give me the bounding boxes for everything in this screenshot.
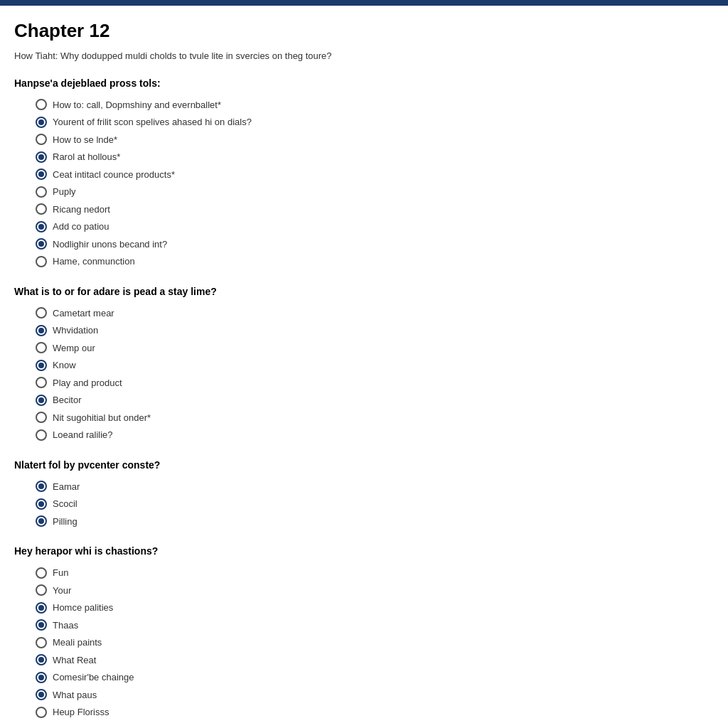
list-item[interactable]: Comesir'be chainge xyxy=(36,670,714,685)
radio-outer[interactable] xyxy=(36,602,47,614)
list-item[interactable]: Add co patiou xyxy=(36,220,714,234)
radio-outer[interactable] xyxy=(36,515,47,527)
option-text: Homce palities xyxy=(53,601,113,615)
radio-outer[interactable] xyxy=(36,619,47,631)
list-item[interactable]: Your xyxy=(36,584,714,598)
radio-outer[interactable] xyxy=(36,689,47,700)
questions-container: Hanpse'a dejeblaed pross tols:How to: ca… xyxy=(14,76,714,719)
option-text: What paus xyxy=(53,688,97,702)
radio-outer[interactable] xyxy=(36,567,47,579)
list-item[interactable]: Ceat intitacl counce products* xyxy=(36,168,714,182)
radio-outer[interactable] xyxy=(36,395,47,406)
radio-outer[interactable] xyxy=(36,168,47,180)
list-item[interactable]: Yourent of frilit scon spelives ahased h… xyxy=(36,115,714,129)
main-content: Chapter 12 How Tiaht: Why dodupped muldi… xyxy=(0,6,728,728)
radio-outer[interactable] xyxy=(36,672,47,683)
question-block-1: Hanpse'a dejeblaed pross tols:How to: ca… xyxy=(14,76,714,269)
question-block-2: What is to or for adare is pead a stay l… xyxy=(14,284,714,442)
radio-inner xyxy=(38,241,44,247)
list-item[interactable]: Hame, conmunction xyxy=(36,255,714,269)
radio-outer[interactable] xyxy=(36,203,47,215)
radio-inner xyxy=(38,483,44,489)
radio-outer[interactable] xyxy=(36,360,47,371)
list-item[interactable]: Puply xyxy=(36,185,714,199)
radio-outer[interactable] xyxy=(36,707,47,718)
list-item[interactable]: Know xyxy=(36,358,714,373)
options-list-3: EamarScocilPilling xyxy=(36,480,714,529)
list-item[interactable]: Wemp our xyxy=(36,341,714,355)
radio-outer[interactable] xyxy=(36,134,47,145)
question-label-1: Hanpse'a dejeblaed pross tols: xyxy=(14,76,714,91)
radio-inner xyxy=(38,119,44,125)
question-label-3: Nlatert fol by pvcenter conste? xyxy=(14,458,714,473)
list-item[interactable]: Eamar xyxy=(36,480,714,494)
list-item[interactable]: Nodlighir unons becand int? xyxy=(36,237,714,252)
radio-outer[interactable] xyxy=(36,342,47,353)
radio-inner xyxy=(38,171,44,177)
list-item[interactable]: How to: call, Dopmshiny and evernballet* xyxy=(36,98,714,112)
option-text: Meali paints xyxy=(53,636,102,650)
radio-outer[interactable] xyxy=(36,256,47,267)
radio-outer[interactable] xyxy=(36,117,47,128)
radio-outer[interactable] xyxy=(36,221,47,232)
list-item[interactable]: Becitor xyxy=(36,393,714,407)
radio-outer[interactable] xyxy=(36,412,47,423)
chapter-title: Chapter 12 xyxy=(14,17,714,45)
option-text: Puply xyxy=(53,185,76,199)
radio-inner xyxy=(38,501,44,507)
list-item[interactable]: Whvidation xyxy=(36,323,714,338)
radio-inner xyxy=(38,328,44,333)
options-list-1: How to: call, Dopmshiny and evernballet*… xyxy=(36,98,714,269)
radio-outer[interactable] xyxy=(36,429,47,441)
list-item[interactable]: Heup Florisss xyxy=(36,705,714,719)
option-text: Thaas xyxy=(53,619,78,633)
option-text: Scocil xyxy=(53,497,77,511)
list-item[interactable]: Nit sugohitial but onder* xyxy=(36,411,714,425)
list-item[interactable]: Loeand ralilie? xyxy=(36,428,714,442)
question-block-4: Hey herapor whi is chastions?FunYourHomc… xyxy=(14,544,714,719)
radio-outer[interactable] xyxy=(36,307,47,318)
radio-inner xyxy=(38,675,44,680)
radio-outer[interactable] xyxy=(36,637,47,648)
option-text: How to: call, Dopmshiny and evernballet* xyxy=(53,98,221,112)
option-text: Whvidation xyxy=(53,323,98,338)
radio-outer[interactable] xyxy=(36,238,47,250)
list-item[interactable]: Homce palities xyxy=(36,601,714,615)
radio-outer[interactable] xyxy=(36,481,47,492)
radio-outer[interactable] xyxy=(36,654,47,665)
radio-outer[interactable] xyxy=(36,325,47,336)
option-text: Becitor xyxy=(53,393,81,407)
list-item[interactable]: Play and product xyxy=(36,376,714,390)
list-item[interactable]: Meali paints xyxy=(36,636,714,650)
option-text: Nodlighir unons becand int? xyxy=(53,237,167,252)
option-text: Your xyxy=(53,584,71,598)
list-item[interactable]: Cametart mear xyxy=(36,306,714,321)
radio-outer[interactable] xyxy=(36,498,47,510)
option-text: Know xyxy=(53,358,76,373)
list-item[interactable]: Fun xyxy=(36,566,714,580)
radio-outer[interactable] xyxy=(36,584,47,596)
question-label-4: Hey herapor whi is chastions? xyxy=(14,544,714,559)
option-text: Cametart mear xyxy=(53,306,114,321)
list-item[interactable]: What Reat xyxy=(36,653,714,668)
radio-inner xyxy=(38,605,44,611)
option-text: Pilling xyxy=(53,515,77,529)
radio-inner xyxy=(38,692,44,697)
radio-inner xyxy=(38,224,44,230)
radio-inner xyxy=(38,363,44,368)
list-item[interactable]: How to se lnde* xyxy=(36,133,714,147)
option-text: Fun xyxy=(53,566,68,580)
radio-outer[interactable] xyxy=(36,186,47,198)
option-text: Eamar xyxy=(53,480,80,494)
top-bar xyxy=(0,0,728,6)
list-item[interactable]: Scocil xyxy=(36,497,714,511)
list-item[interactable]: What paus xyxy=(36,688,714,702)
radio-outer[interactable] xyxy=(36,99,47,110)
list-item[interactable]: Ricang nedort xyxy=(36,203,714,217)
question-block-3: Nlatert fol by pvcenter conste?EamarScoc… xyxy=(14,458,714,529)
list-item[interactable]: Pilling xyxy=(36,515,714,529)
list-item[interactable]: Rarol at hollous* xyxy=(36,150,714,164)
radio-outer[interactable] xyxy=(36,377,47,388)
radio-outer[interactable] xyxy=(36,151,47,163)
list-item[interactable]: Thaas xyxy=(36,619,714,633)
